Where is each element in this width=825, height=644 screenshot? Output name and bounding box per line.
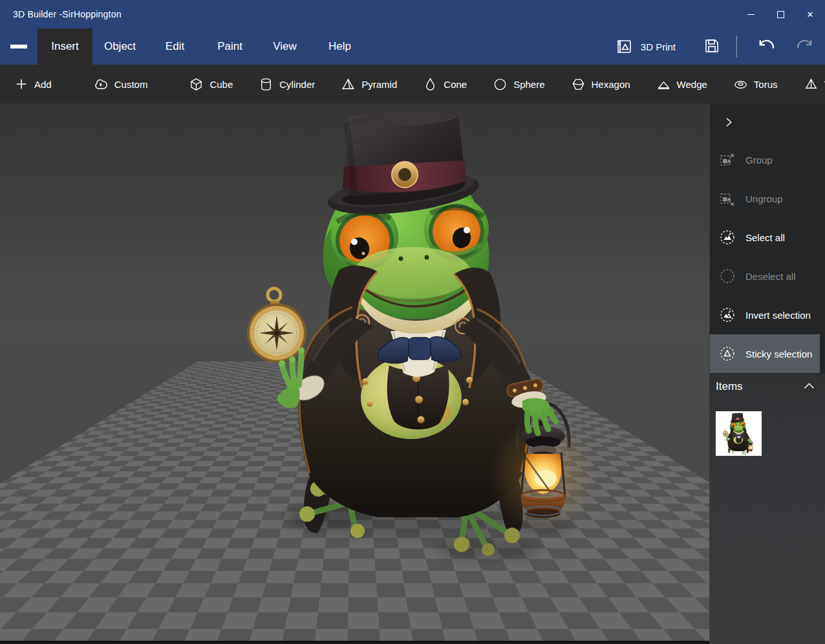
insert-custom-button[interactable]: Custom bbox=[89, 76, 152, 92]
items-header: Items bbox=[710, 374, 825, 393]
print-3d-button[interactable]: 3D Print bbox=[612, 38, 680, 55]
menu-tab-help[interactable]: Help bbox=[312, 28, 367, 65]
scene-svg bbox=[0, 103, 709, 644]
3d-print-icon bbox=[616, 39, 633, 54]
redo-button[interactable] bbox=[794, 34, 817, 59]
insert-tetrahedron-button[interactable]: Tetrahedron bbox=[800, 76, 825, 92]
insert-sphere-button[interactable]: Sphere bbox=[489, 76, 548, 92]
sphere-icon bbox=[493, 77, 508, 92]
invert-selection-command[interactable]: Invert selection bbox=[710, 295, 825, 334]
save-button[interactable] bbox=[702, 36, 722, 58]
wedge-icon bbox=[656, 77, 671, 92]
custom-shape-icon bbox=[93, 76, 109, 92]
menu-tab-paint[interactable]: Paint bbox=[202, 28, 257, 65]
menu-tab-object[interactable]: Object bbox=[92, 28, 147, 65]
insert-cube-button[interactable]: Cube bbox=[185, 76, 237, 92]
window-controls: ✕ bbox=[736, 0, 825, 28]
invert-selection-icon bbox=[719, 306, 736, 323]
minimize-button[interactable] bbox=[736, 0, 766, 28]
menu-tab-view[interactable]: View bbox=[257, 28, 312, 65]
add-label: Add bbox=[34, 79, 52, 90]
select-all-icon bbox=[719, 229, 736, 246]
window-bottom-edge bbox=[0, 641, 709, 644]
minimize-icon bbox=[747, 14, 755, 15]
save-icon bbox=[704, 38, 720, 54]
item-thumbnail-frog[interactable] bbox=[716, 411, 762, 456]
hamburger-menu-icon bbox=[10, 45, 27, 48]
undo-icon bbox=[756, 37, 775, 55]
insert-hexagon-button[interactable]: Hexagon bbox=[567, 76, 634, 92]
items-collapse-button[interactable] bbox=[802, 381, 816, 393]
menubar-actions: 3D Print bbox=[612, 28, 825, 65]
select-all-command[interactable]: Select all bbox=[710, 218, 825, 257]
viewport-3d[interactable] bbox=[0, 103, 709, 644]
chevron-right-icon bbox=[723, 116, 734, 128]
group-icon bbox=[719, 151, 736, 168]
ungroup-command[interactable]: Ungroup bbox=[710, 179, 825, 218]
frog-model[interactable] bbox=[247, 109, 598, 556]
plus-icon bbox=[14, 77, 28, 91]
window-title: 3D Builder -SirHoppington bbox=[0, 9, 122, 19]
chevron-up-icon bbox=[804, 382, 815, 390]
menubar-divider bbox=[736, 36, 737, 58]
insert-torus-button[interactable]: Torus bbox=[729, 76, 782, 92]
custom-label: Custom bbox=[114, 79, 148, 90]
insert-toolbar: Add Custom Cube Cylinder Pyramid Cone bbox=[0, 65, 825, 103]
menu-tab-insert[interactable]: Insert bbox=[38, 28, 92, 65]
close-icon: ✕ bbox=[807, 10, 814, 19]
deselect-all-label: Deselect all bbox=[745, 271, 796, 282]
redo-icon bbox=[797, 37, 815, 55]
invert-selection-label: Invert selection bbox=[745, 310, 811, 321]
insert-wedge-button[interactable]: Wedge bbox=[652, 76, 711, 92]
tetrahedron-icon bbox=[804, 77, 819, 92]
menu-tab-edit[interactable]: Edit bbox=[147, 28, 202, 65]
panel-collapse-button[interactable] bbox=[722, 115, 736, 131]
insert-cone-button[interactable]: Cone bbox=[419, 76, 471, 92]
menubar: Insert Object Edit Paint View Help 3D Pr… bbox=[0, 28, 825, 65]
selection-commands: Group Ungroup bbox=[710, 140, 825, 373]
insert-pyramid-button[interactable]: Pyramid bbox=[337, 76, 401, 92]
titlebar: 3D Builder -SirHoppington ✕ bbox=[0, 0, 825, 28]
hamburger-menu-button[interactable] bbox=[0, 28, 38, 65]
menu-tabs: Insert Object Edit Paint View Help bbox=[38, 28, 367, 65]
hexagon-icon bbox=[571, 77, 586, 92]
frog-model-thumbnail bbox=[722, 413, 756, 455]
pyramid-icon bbox=[341, 77, 356, 92]
items-section: Items bbox=[710, 374, 825, 644]
3d-builder-window: 3D Builder -SirHoppington ✕ Insert Objec… bbox=[0, 0, 825, 644]
undo-button[interactable] bbox=[754, 34, 777, 59]
deselect-all-icon bbox=[719, 268, 736, 284]
sticky-selection-label: Sticky selection bbox=[745, 349, 812, 360]
selection-panel: Group Ungroup bbox=[709, 103, 825, 644]
cube-icon bbox=[189, 77, 204, 92]
insert-cylinder-button[interactable]: Cylinder bbox=[255, 76, 319, 92]
close-button[interactable]: ✕ bbox=[795, 0, 825, 28]
print-3d-label: 3D Print bbox=[641, 41, 676, 52]
maximize-icon bbox=[777, 11, 784, 18]
sticky-selection-command[interactable]: Sticky selection bbox=[710, 334, 820, 373]
maximize-button[interactable] bbox=[766, 0, 795, 28]
deselect-all-command[interactable]: Deselect all bbox=[710, 257, 825, 295]
group-command[interactable]: Group bbox=[710, 140, 825, 179]
items-header-label: Items bbox=[716, 380, 743, 393]
sticky-selection-icon bbox=[719, 345, 736, 362]
ungroup-icon bbox=[719, 190, 736, 207]
select-all-label: Select all bbox=[745, 232, 785, 243]
torus-icon bbox=[733, 77, 748, 92]
add-button[interactable]: Add bbox=[10, 76, 56, 92]
group-label: Group bbox=[745, 155, 773, 166]
cone-icon bbox=[423, 77, 438, 92]
ungroup-label: Ungroup bbox=[745, 193, 783, 204]
cylinder-icon bbox=[259, 77, 273, 92]
